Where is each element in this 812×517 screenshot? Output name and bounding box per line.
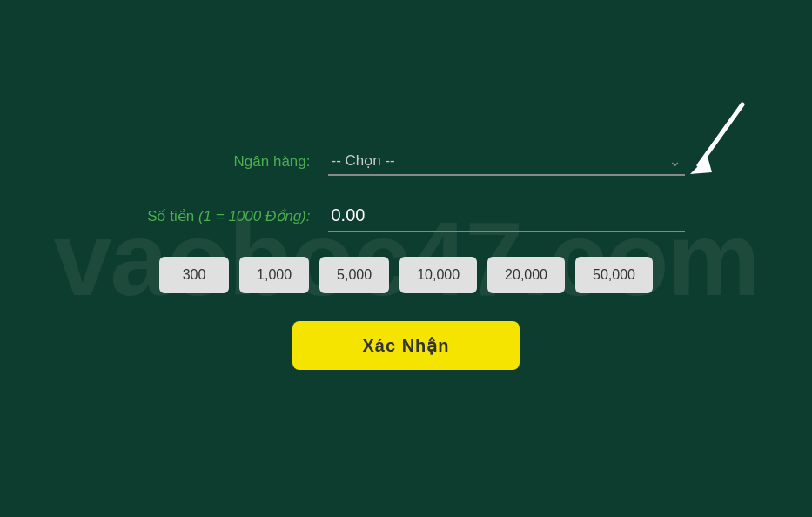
amount-row: Số tiền (1 = 1000 Đồng): [128,200,685,232]
bank-row: Ngân hàng: -- Chọn -- Vietcombank Techco… [128,147,685,176]
form-container: Ngân hàng: -- Chọn -- Vietcombank Techco… [111,112,702,405]
bank-select[interactable]: -- Chọn -- Vietcombank Techcombank ACB B… [328,147,685,174]
amount-btn-1000[interactable]: 1,000 [239,257,309,293]
confirm-button[interactable]: Xác Nhận [292,321,519,370]
amount-input[interactable] [328,200,685,231]
svg-line-0 [699,104,742,165]
amount-btn-20000[interactable]: 20,000 [487,257,565,293]
bank-label: Ngân hàng: [128,153,328,171]
amount-btn-10000[interactable]: 10,000 [399,257,477,293]
amount-btn-5000[interactable]: 5,000 [319,257,389,293]
bank-select-wrapper: -- Chọn -- Vietcombank Techcombank ACB B… [328,147,685,176]
quick-amounts: 300 1,000 5,000 10,000 20,000 50,000 [128,257,685,293]
amount-btn-50000[interactable]: 50,000 [575,257,653,293]
amount-btn-300[interactable]: 300 [159,257,229,293]
amount-label: Số tiền (1 = 1000 Đồng): [128,207,328,225]
confirm-row: Xác Nhận [128,321,685,370]
amount-input-wrapper [328,200,685,232]
